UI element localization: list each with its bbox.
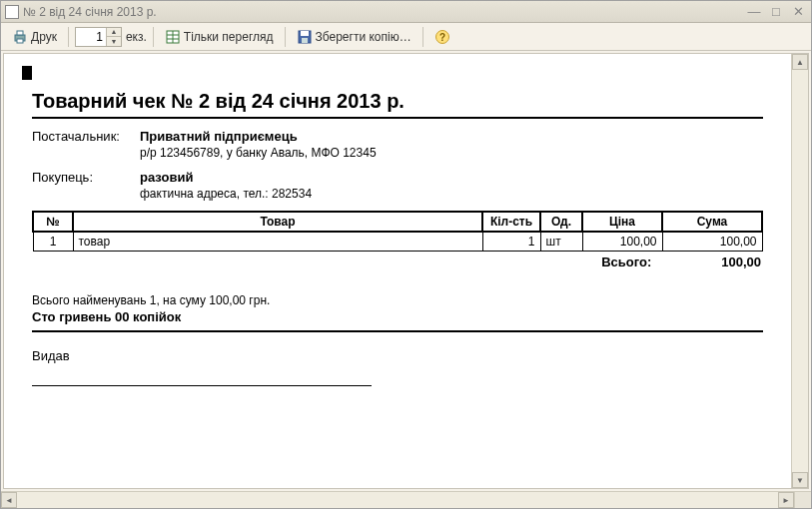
document-page: Товарний чек № 2 від 24 січня 2013 р. По… [4, 54, 791, 488]
col-unit: Од. [540, 212, 582, 232]
scroll-track[interactable] [17, 492, 778, 508]
window-controls: — □ ✕ [745, 4, 807, 20]
scroll-down-button[interactable]: ▼ [792, 472, 808, 488]
col-item: Товар [73, 212, 482, 232]
summary-line: Всього найменувань 1, на суму 100,00 грн… [32, 293, 763, 307]
buyer-label: Покупець: [32, 170, 140, 185]
cell-number: 1 [33, 232, 73, 252]
separator [153, 27, 154, 47]
title-divider [32, 117, 763, 119]
view-only-label: Тільки перегляд [184, 30, 274, 44]
buyer-row: Покупець: разовий [32, 170, 763, 185]
save-copy-label: Зберегти копію… [316, 30, 411, 44]
scrollbar-corner [794, 491, 811, 508]
amount-in-words: Сто гривень 00 копійок [32, 309, 763, 324]
horizontal-scrollbar[interactable]: ◄ ► [1, 491, 794, 508]
content-area: Товарний чек № 2 від 24 січня 2013 р. По… [3, 53, 809, 489]
print-preview-window: № 2 від 24 січня 2013 р. — □ ✕ Друк ▲ ▼ … [0, 0, 812, 509]
toolbar: Друк ▲ ▼ екз. Тільки перегляд Зберегти к… [1, 23, 811, 51]
print-label: Друк [31, 30, 57, 44]
col-number: № [33, 212, 73, 232]
doc-icon [5, 5, 19, 19]
buyer-name: разовий [140, 170, 193, 185]
summary-divider [32, 330, 763, 332]
svg-rect-8 [301, 31, 309, 36]
separator [422, 27, 423, 47]
separator [285, 27, 286, 47]
scroll-right-button[interactable]: ► [778, 492, 794, 508]
total-row: Всього: 100,00 [32, 254, 763, 269]
scroll-up-button[interactable]: ▲ [792, 54, 808, 70]
bottom-scroll-row: ◄ ► [1, 491, 811, 508]
buyer-details: фактична адреса, тел.: 282534 [140, 187, 763, 201]
save-copy-button[interactable]: Зберегти копію… [292, 27, 416, 47]
separator [68, 27, 69, 47]
svg-rect-2 [17, 39, 23, 43]
supplier-name: Приватний підприємець [140, 129, 298, 144]
table-row: 1 товар 1 шт 100,00 100,00 [33, 232, 762, 252]
help-button[interactable]: ? [429, 27, 455, 47]
cell-qty: 1 [482, 232, 540, 252]
copies-input[interactable] [76, 28, 106, 46]
close-button[interactable]: ✕ [789, 4, 807, 20]
view-only-button[interactable]: Тільки перегляд [160, 27, 279, 47]
col-price: Ціна [582, 212, 662, 232]
print-button[interactable]: Друк [7, 27, 62, 47]
copies-suffix: екз. [126, 30, 147, 44]
scroll-track[interactable] [792, 70, 808, 472]
supplier-row: Постачальник: Приватний підприємець [32, 129, 763, 144]
supplier-label: Постачальник: [32, 129, 140, 144]
svg-text:?: ? [439, 32, 445, 43]
svg-rect-1 [17, 31, 23, 35]
col-sum: Сума [662, 212, 762, 232]
issuer-label: Видав [32, 348, 763, 363]
svg-rect-9 [302, 38, 308, 43]
table-icon [165, 29, 181, 45]
supplier-details: р/р 123456789, у банку Аваль, МФО 12345 [140, 146, 763, 160]
col-qty: Кіл-сть [482, 212, 540, 232]
items-table: № Товар Кіл-сть Од. Ціна Сума 1 товар 1 … [32, 211, 763, 252]
cell-item: товар [73, 232, 482, 252]
titlebar: № 2 від 24 січня 2013 р. — □ ✕ [1, 1, 811, 23]
total-value: 100,00 [721, 254, 761, 269]
printer-icon [12, 29, 28, 45]
copies-spinner[interactable]: ▲ ▼ [75, 27, 122, 47]
window-title: № 2 від 24 січня 2013 р. [23, 5, 745, 19]
page-corner-mark [22, 66, 32, 80]
document-title: Товарний чек № 2 від 24 січня 2013 р. [32, 90, 763, 113]
floppy-icon [297, 29, 313, 45]
maximize-button[interactable]: □ [767, 4, 785, 20]
minimize-button[interactable]: — [745, 4, 763, 20]
spinner-up-button[interactable]: ▲ [107, 28, 121, 37]
cell-unit: шт [540, 232, 582, 252]
spinner-down-button[interactable]: ▼ [107, 37, 121, 46]
vertical-scrollbar[interactable]: ▲ ▼ [791, 54, 808, 488]
signature-line [32, 385, 372, 386]
help-icon: ? [434, 29, 450, 45]
cell-price: 100,00 [582, 232, 662, 252]
total-label: Всього: [601, 254, 651, 269]
scroll-left-button[interactable]: ◄ [1, 492, 17, 508]
table-header-row: № Товар Кіл-сть Од. Ціна Сума [33, 212, 762, 232]
cell-sum: 100,00 [662, 232, 762, 252]
